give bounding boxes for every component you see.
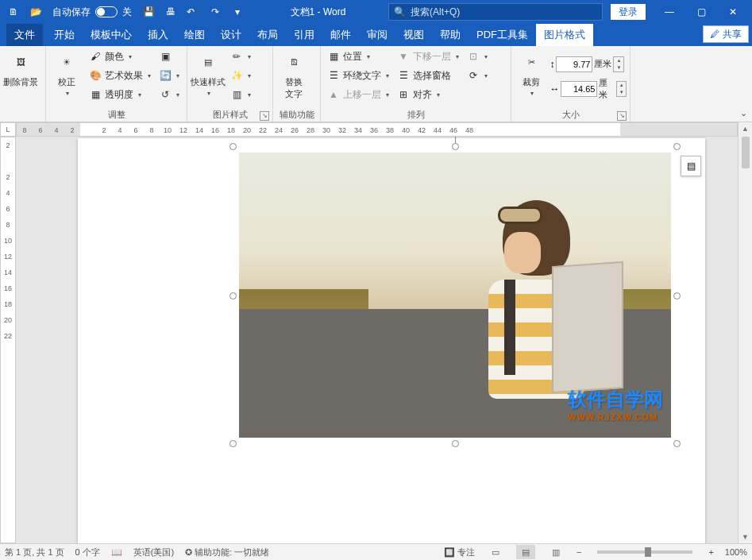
reset-picture-button[interactable]: ↺▾ bbox=[156, 86, 183, 103]
group-adjust: ☀校正▾ 🖌颜色▾ 🎨艺术效果▾ ▦透明度▾ ▣ 🔄▾ ↺▾ 调整 bbox=[46, 46, 187, 122]
tab-view[interactable]: 视图 bbox=[395, 24, 432, 46]
tab-picture-format[interactable]: 图片格式 bbox=[536, 24, 593, 46]
height-input[interactable] bbox=[556, 56, 592, 72]
resize-handle-br[interactable] bbox=[673, 440, 681, 447]
align-button[interactable]: ⊞对齐▾ bbox=[394, 86, 462, 103]
change-picture-button[interactable]: 🔄▾ bbox=[156, 67, 183, 84]
redo-icon[interactable]: ↷ bbox=[205, 2, 226, 22]
restore-button[interactable]: ▢ bbox=[685, 0, 717, 24]
close-button[interactable]: ✕ bbox=[717, 0, 749, 24]
tab-insert[interactable]: 插入 bbox=[140, 24, 176, 46]
document-canvas[interactable]: 软件自学网WWW.RJZXW.COM ▤ bbox=[16, 137, 738, 543]
title-bar: 🗎 📂 自动保存 关 💾 🖶 ↶▾ ↷ ▾ 文档1 - Word 🔍 搜索(Al… bbox=[0, 0, 752, 24]
quick-styles-button[interactable]: ▤快速样式▾ bbox=[191, 48, 226, 109]
picture-layout-button[interactable]: ▥▾ bbox=[227, 86, 254, 103]
compress-pictures-button[interactable]: ▣ bbox=[156, 48, 183, 65]
width-input[interactable] bbox=[561, 81, 597, 97]
tab-layout[interactable]: 布局 bbox=[249, 24, 286, 46]
status-bar: 第 1 页, 共 1 页 0 个字 📖 英语(美国) ✪ 辅助功能: 一切就绪 … bbox=[0, 543, 752, 560]
bring-forward-button[interactable]: ▲上移一层▾ bbox=[324, 86, 392, 103]
transparency-button[interactable]: ▦透明度▾ bbox=[86, 86, 154, 103]
resize-handle-l[interactable] bbox=[229, 292, 237, 299]
save-icon[interactable]: 💾 bbox=[138, 2, 159, 22]
align-icon: ⊞ bbox=[397, 88, 410, 101]
crop-button[interactable]: ✂裁剪▾ bbox=[515, 48, 548, 109]
accessibility-status[interactable]: ✪ 辅助功能: 一切就绪 bbox=[185, 546, 269, 558]
vertical-scrollbar[interactable]: ▲ ▼ bbox=[738, 122, 752, 543]
corrections-button[interactable]: ☀校正▾ bbox=[49, 48, 84, 109]
open-file-icon[interactable]: 📂 bbox=[25, 2, 46, 22]
minimize-button[interactable]: — bbox=[654, 0, 685, 24]
focus-mode-button[interactable]: 🔲 专注 bbox=[444, 546, 475, 558]
qat-more-icon[interactable]: ▾ bbox=[227, 2, 248, 22]
tab-mailings[interactable]: 邮件 bbox=[322, 24, 359, 46]
read-mode-icon[interactable]: ▭ bbox=[486, 545, 505, 559]
group-size: ✂裁剪▾ ↕ 厘米 ▲▼ ↔ 厘米 ▲▼ 大小↘ bbox=[511, 46, 631, 122]
selection-pane-button[interactable]: ☰选择窗格 bbox=[394, 67, 462, 84]
color-button[interactable]: 🖌颜色▾ bbox=[86, 48, 154, 65]
scroll-down-icon[interactable]: ▼ bbox=[739, 531, 752, 543]
undo-icon[interactable]: ↶▾ bbox=[183, 2, 203, 22]
page: 软件自学网WWW.RJZXW.COM ▤ bbox=[78, 138, 705, 543]
print-icon[interactable]: 🖶 bbox=[160, 2, 181, 22]
alt-text-button[interactable]: 🖻替换 文字 bbox=[276, 48, 311, 109]
toggle-off-icon[interactable] bbox=[95, 6, 118, 17]
horizontal-ruler[interactable]: 8642246810121416182022242628303234363840… bbox=[16, 122, 738, 137]
color-icon: 🖌 bbox=[89, 50, 102, 63]
login-button[interactable]: 登录 bbox=[611, 4, 646, 20]
artistic-effects-button[interactable]: 🎨艺术效果▾ bbox=[86, 67, 154, 84]
send-backward-button[interactable]: ▼下移一层▾ bbox=[394, 48, 462, 65]
vertical-ruler[interactable]: 2246810121416182022 bbox=[0, 137, 16, 543]
scroll-thumb[interactable] bbox=[742, 137, 750, 168]
share-button[interactable]: 🖉 共享 bbox=[703, 25, 749, 43]
resize-handle-tl[interactable] bbox=[229, 143, 237, 150]
resize-handle-r[interactable] bbox=[673, 292, 681, 299]
tab-home[interactable]: 开始 bbox=[46, 24, 83, 46]
ruler-corner[interactable]: L bbox=[0, 122, 16, 137]
tab-design[interactable]: 设计 bbox=[213, 24, 249, 46]
language-indicator[interactable]: 英语(美国) bbox=[133, 546, 174, 558]
wrap-text-button[interactable]: ☰环绕文字▾ bbox=[324, 67, 392, 84]
new-file-icon[interactable]: 🗎 bbox=[3, 2, 24, 22]
resize-handle-b[interactable] bbox=[452, 440, 459, 447]
print-layout-icon[interactable]: ▤ bbox=[516, 545, 535, 559]
zoom-level[interactable]: 100% bbox=[725, 547, 747, 557]
zoom-in-button[interactable]: + bbox=[708, 547, 713, 557]
group-objects-button[interactable]: ⊡▾ bbox=[464, 48, 491, 65]
autosave-toggle[interactable]: 自动保存 关 bbox=[48, 6, 137, 19]
height-spinner[interactable]: ▲▼ bbox=[613, 56, 624, 72]
resize-handle-bl[interactable] bbox=[229, 440, 237, 447]
zoom-out-button[interactable]: − bbox=[577, 547, 581, 557]
rotate-button[interactable]: ⟳▾ bbox=[464, 67, 491, 84]
dialog-launcher-icon[interactable]: ↘ bbox=[617, 111, 627, 121]
page-indicator[interactable]: 第 1 页, 共 1 页 bbox=[5, 546, 64, 558]
group-remove-bg: 🖼删除背景 bbox=[0, 46, 46, 122]
resize-handle-t[interactable] bbox=[452, 143, 459, 150]
word-count[interactable]: 0 个字 bbox=[75, 546, 100, 558]
zoom-slider[interactable] bbox=[597, 550, 692, 554]
search-box[interactable]: 🔍 搜索(Alt+Q) bbox=[388, 3, 603, 21]
position-button[interactable]: ▦位置▾ bbox=[324, 48, 392, 65]
selected-image[interactable]: 软件自学网WWW.RJZXW.COM ▤ bbox=[233, 146, 677, 444]
picture-effects-button[interactable]: ✨▾ bbox=[227, 67, 254, 84]
layout-options-button[interactable]: ▤ bbox=[681, 156, 701, 176]
tab-pdf-tools[interactable]: PDF工具集 bbox=[469, 24, 536, 46]
collapse-ribbon-icon[interactable]: ⌄ bbox=[740, 108, 747, 118]
spellcheck-icon[interactable]: 📖 bbox=[111, 547, 122, 558]
scroll-up-icon[interactable]: ▲ bbox=[739, 122, 752, 135]
tab-references[interactable]: 引用 bbox=[286, 24, 322, 46]
group-label-size: 大小↘ bbox=[515, 109, 627, 122]
width-spinner[interactable]: ▲▼ bbox=[616, 81, 627, 97]
resize-handle-tr[interactable] bbox=[673, 143, 681, 150]
tab-draw[interactable]: 绘图 bbox=[176, 24, 213, 46]
picture-border-button[interactable]: ✏▾ bbox=[227, 48, 254, 65]
web-layout-icon[interactable]: ▥ bbox=[546, 545, 565, 559]
tab-file[interactable]: 文件 bbox=[6, 24, 43, 46]
remove-background-button[interactable]: 🖼删除背景 bbox=[3, 48, 38, 109]
rotate-icon: ⟳ bbox=[467, 69, 480, 82]
tab-help[interactable]: 帮助 bbox=[432, 24, 469, 46]
transparency-icon: ▦ bbox=[89, 88, 102, 101]
tab-review[interactable]: 审阅 bbox=[359, 24, 395, 46]
dialog-launcher-icon[interactable]: ↘ bbox=[260, 111, 269, 121]
tab-templates[interactable]: 模板中心 bbox=[83, 24, 140, 46]
